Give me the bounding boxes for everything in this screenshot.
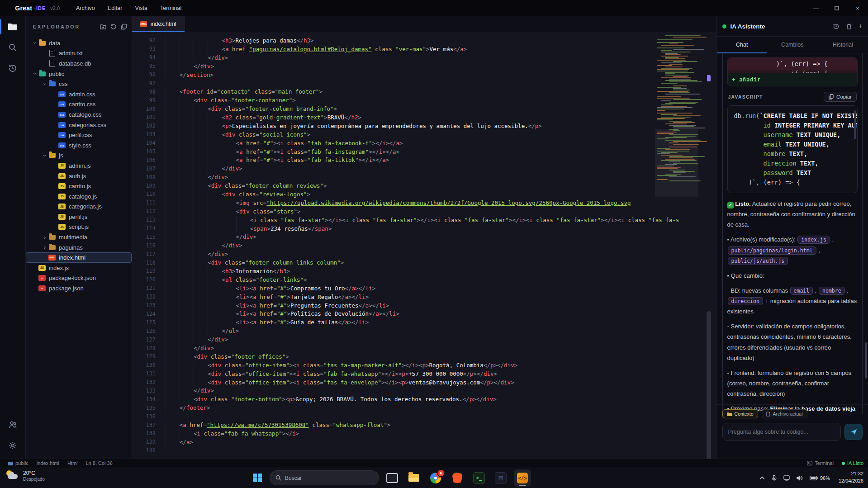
tree-item-package-lock.json[interactable]: —package-lock.json	[26, 273, 132, 284]
tree-item-carrito.css[interactable]: csscarrito.css	[26, 99, 132, 110]
tree-item-multimedia[interactable]: ›multimedia	[26, 232, 132, 242]
files-icon[interactable]	[0, 16, 25, 37]
tray-chevron-icon[interactable]	[759, 476, 765, 480]
status-ia-ready[interactable]: IA Listo	[842, 460, 863, 466]
code-line-135[interactable]: 135</footer>	[132, 403, 716, 412]
taskbar-search[interactable]: Buscar	[270, 470, 379, 485]
code-line-136[interactable]: 136	[132, 412, 716, 421]
tree-item-package.json[interactable]: —package.json	[26, 283, 132, 294]
new-file-icon[interactable]	[100, 24, 106, 30]
terminal-app-icon[interactable]: >_	[470, 469, 488, 487]
refresh-icon[interactable]	[110, 24, 117, 30]
display-cast-icon[interactable]	[783, 475, 790, 481]
code-line-102[interactable]: 102<p>Especialistas en joyería contempor…	[132, 122, 716, 130]
status-terminal[interactable]: Terminal	[807, 460, 834, 466]
battery-indicator[interactable]: 96%	[810, 475, 830, 481]
current-file-chip[interactable]: Archivo actual	[762, 409, 807, 418]
code-line-128[interactable]: 128</div>	[132, 344, 716, 352]
collapse-all-icon[interactable]	[121, 24, 127, 30]
tree-item-paguinas[interactable]: ›paguinas	[26, 242, 132, 253]
browser-icon[interactable]: 6	[427, 469, 444, 487]
tree-item-css[interactable]: ›css	[26, 79, 132, 89]
assistant-tab-cambios[interactable]: Cambios	[767, 37, 817, 53]
code-line-127[interactable]: 127</div>	[132, 335, 716, 344]
code-line-117[interactable]: 117</div>	[132, 250, 716, 258]
code-line-97[interactable]: 97	[132, 79, 716, 87]
code-line-126[interactable]: 126</ul>	[132, 327, 716, 335]
code-line-103[interactable]: 103<div class="social-icons">	[132, 130, 716, 139]
tree-item-categorias.js[interactable]: JScategorias.js	[26, 202, 132, 212]
close-button[interactable]: ×	[847, 0, 868, 16]
code-line-106[interactable]: 106<a href="#"><i class="fab fa-tiktok">…	[132, 156, 716, 164]
tree-item-carrito.js[interactable]: JScarrito.js	[26, 181, 132, 191]
status-folder[interactable]: public	[8, 460, 28, 466]
weather-widget[interactable]: 20°C Despejado	[5, 470, 45, 482]
history-icon[interactable]	[0, 58, 25, 79]
file-chip[interactable]: index.js	[797, 236, 830, 244]
scrollbar-thumb[interactable]	[707, 311, 711, 459]
task-view-icon[interactable]	[384, 469, 401, 487]
chat-scroll-area[interactable]: )`, (err) => { if (err) { + añadir JAVAS…	[717, 53, 868, 414]
assistant-tab-chat[interactable]: Chat	[717, 37, 767, 53]
code-line-120[interactable]: 120<ul class="footer-links">	[132, 275, 716, 284]
tree-item-database.db[interactable]: database.db	[26, 58, 132, 69]
clear-chat-trash-icon[interactable]	[846, 23, 852, 30]
code-block-scrollbar[interactable]	[854, 110, 856, 139]
search-icon[interactable]	[0, 37, 25, 58]
code-line-109[interactable]: 109<div class="footer-column reviews">	[132, 181, 716, 190]
ai-prompt-input[interactable]	[722, 423, 841, 441]
taskbar-clock[interactable]: 21:32 12/04/2026	[839, 470, 863, 485]
new-chat-plus-icon[interactable]: +	[859, 22, 863, 30]
send-button[interactable]	[844, 424, 863, 440]
code-line-123[interactable]: 123<li><a href="#">Preguntas Frecuentes<…	[132, 301, 716, 310]
minimap[interactable]	[655, 32, 698, 198]
menu-archivo[interactable]: Archivo	[71, 3, 100, 13]
file-chip[interactable]: email	[790, 287, 813, 295]
code-line-101[interactable]: 101<h2 class="gold-gradient-text">BRAVÜ<…	[132, 113, 716, 122]
volume-icon[interactable]	[797, 475, 803, 481]
tree-item-data[interactable]: ›data	[26, 38, 132, 48]
settings-gear-icon[interactable]	[0, 435, 25, 456]
file-chip[interactable]: nombre	[819, 287, 845, 295]
code-line-119[interactable]: 119<h3>Información</h3>	[132, 267, 716, 275]
tree-item-auth.js[interactable]: JSauth.js	[26, 171, 132, 181]
tree-item-admin.js[interactable]: JSadmin.js	[26, 161, 132, 171]
code-line-108[interactable]: 108</div>	[132, 173, 716, 181]
assistant-tab-historial[interactable]: Historial	[818, 37, 868, 53]
code-line-115[interactable]: 115</div>	[132, 232, 716, 241]
tree-item-style.css[interactable]: cssstyle.css	[26, 140, 132, 151]
code-line-98[interactable]: 98<footer id="contacto" class="main-foot…	[132, 87, 716, 96]
tree-item-perfil.js[interactable]: JSperfil.js	[26, 212, 132, 222]
code-line-112[interactable]: 112<div class="stars">	[132, 207, 716, 216]
diff-add-label[interactable]: + añadir	[728, 73, 857, 86]
code-area[interactable]: 92<h3>Relojes para damas</h3>93<a href="…	[132, 32, 716, 459]
code-line-125[interactable]: 125<li><a href="#">Guía de tallas</a></l…	[132, 318, 716, 327]
tree-item-index.js[interactable]: JSindex.js	[26, 263, 132, 273]
code-line-92[interactable]: 92<h3>Relojes para damas</h3>	[132, 36, 716, 45]
start-button[interactable]	[250, 470, 265, 486]
code-line-95[interactable]: 95</div>	[132, 62, 716, 71]
tree-item-admin.css[interactable]: cssadmin.css	[26, 89, 132, 99]
tree-item-public[interactable]: ›public	[26, 69, 132, 79]
menu-vista[interactable]: Vista	[130, 3, 152, 13]
file-chip[interactable]: direccion	[728, 297, 763, 305]
status-language[interactable]: Html	[67, 460, 78, 466]
code-line-104[interactable]: 104<a href="#"><i class="fab fa-facebook…	[132, 139, 716, 147]
code-line-110[interactable]: 110<div class="review-logos">	[132, 190, 716, 199]
code-line-105[interactable]: 105<a href="#"><i class="fab fa-instagra…	[132, 147, 716, 156]
file-chip[interactable]: public/js/auth.js	[728, 257, 788, 265]
code-snippet-block[interactable]: db.run(`CREATE TABLE IF NOT EXISTS usuar…	[727, 105, 858, 193]
file-chip[interactable]: public/paguinas/login.html	[728, 246, 816, 255]
tree-item-catalogo.js[interactable]: JScatalogo.js	[26, 191, 132, 202]
tree-item-categorias.css[interactable]: csscategorias.css	[26, 120, 132, 130]
code-line-116[interactable]: 116</div>	[132, 241, 716, 250]
tree-item-admin.txt[interactable]: admin.txt	[26, 48, 132, 59]
menu-terminal[interactable]: Terminal	[156, 3, 186, 13]
status-cursor-position[interactable]: Ln 8, Col 36	[86, 460, 113, 466]
chat-history-icon[interactable]	[833, 23, 840, 30]
code-line-124[interactable]: 124<li><a href="#">Políticas de Devoluci…	[132, 310, 716, 318]
code-line-118[interactable]: 118<div class="footer-column links-colum…	[132, 258, 716, 267]
copy-code-button[interactable]: Copiar	[824, 92, 857, 102]
code-line-93[interactable]: 93<a href="paguinas/catalogo.html#Reloj_…	[132, 45, 716, 53]
tree-item-catalogo.css[interactable]: csscatalogo.css	[26, 109, 132, 120]
